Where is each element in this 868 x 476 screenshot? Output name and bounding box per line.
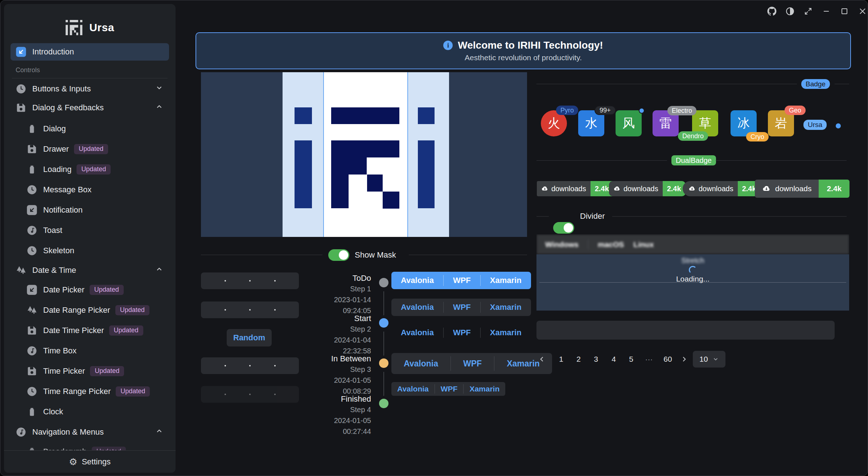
tab-linux[interactable]: Linux (633, 240, 654, 249)
badge-tile-anemo: 风 (616, 110, 642, 136)
divider-line (536, 160, 667, 161)
tab-windows[interactable]: Windows (545, 240, 579, 249)
updated-badge: Updated (90, 366, 124, 376)
sidebar-item-introduction[interactable]: Introduction (11, 43, 169, 61)
cloud-download-icon (762, 184, 771, 193)
avalonia-button[interactable]: Avalonia (391, 326, 443, 339)
wpf-button[interactable]: WPF (435, 382, 464, 396)
downloads-value: 2.4k (819, 180, 850, 198)
sidebar-item-label: Navigation & Menus (32, 427, 104, 437)
sidebar-item-label: Date Range Picker (43, 305, 110, 315)
xamarin-button[interactable]: Xamarin (481, 299, 531, 316)
trees-icon (16, 265, 26, 276)
sidebar-group-navigation-menus[interactable]: Navigation & Menus (11, 424, 169, 440)
pagination-page-2[interactable]: 2 (573, 355, 584, 364)
badge-electro: Electro (667, 106, 696, 115)
time-box-input-disabled (201, 386, 299, 403)
sidebar-group-buttons-inputs[interactable]: Buttons & Inputs (11, 81, 169, 97)
music-note-icon (16, 427, 26, 438)
page-size-select[interactable]: 10 (693, 351, 725, 368)
cloud-download-icon (541, 185, 548, 192)
sidebar-item-time-picker[interactable]: Time Picker Updated (11, 364, 169, 379)
avalonia-button[interactable]: Avalonia (391, 353, 451, 374)
sidebar-item-date-time-picker[interactable]: Date Time Picker Updated (11, 323, 169, 338)
badge-cryo: Cryo (746, 132, 769, 141)
timeline-step-label: Step 4 (304, 404, 371, 415)
pagination-prev-icon[interactable] (537, 354, 547, 364)
timeline-dot-todo (379, 278, 388, 287)
sidebar-item-label: Notification (43, 205, 83, 215)
sidebar-item-time-box[interactable]: Time Box (11, 343, 169, 358)
show-mask-toggle[interactable] (328, 249, 349, 261)
fullscreen-icon[interactable] (803, 6, 814, 17)
time-box-input[interactable] (201, 357, 299, 374)
banner-subtitle: Aesthetic revolution of productivity. (465, 53, 582, 62)
github-icon[interactable] (766, 6, 777, 17)
divider-line (612, 216, 847, 217)
downloads-badge-rounded: downloads 2.4k (609, 181, 686, 196)
settings-button[interactable]: ⚙ Settings (4, 450, 176, 473)
page-size-value: 10 (699, 355, 708, 364)
arrow-square-icon (16, 46, 26, 57)
pagination-next-icon[interactable] (679, 354, 689, 364)
sidebar: Ursa Introduction Controls Buttons & Inp… (4, 4, 176, 473)
pagination-page-4[interactable]: 4 (608, 355, 619, 364)
sidebar-item-dialog[interactable]: Dialog (11, 121, 169, 136)
sidebar-item-loading[interactable]: Loading Updated (11, 162, 169, 177)
divider-toggle[interactable] (553, 222, 574, 234)
sidebar-item-drawer[interactable]: Drawer Updated (11, 141, 169, 157)
clock-icon (26, 386, 37, 397)
divider-label: Divider (580, 212, 605, 221)
sidebar-group-date-time[interactable]: Date & Time (11, 262, 169, 279)
wpf-button[interactable]: WPF (444, 272, 480, 289)
time-box-input[interactable] (201, 272, 299, 289)
downloads-badge-large: downloads 2.4k (755, 180, 850, 198)
timeline-step-title: Finished (304, 394, 371, 404)
xamarin-button[interactable]: Xamarin (481, 326, 531, 339)
sidebar-item-date-range-picker[interactable]: Date Range Picker Updated (11, 303, 169, 318)
close-icon[interactable] (857, 6, 868, 17)
sidebar-item-clock[interactable]: Clock (11, 404, 169, 419)
time-box-input[interactable] (201, 301, 299, 318)
theme-toggle-icon[interactable] (785, 6, 795, 17)
sidebar-item-date-picker[interactable]: Date Picker Updated (11, 282, 169, 298)
sidebar-item-label: Loading (43, 165, 71, 174)
xamarin-button[interactable]: Xamarin (481, 272, 531, 289)
maximize-icon[interactable] (839, 6, 850, 17)
wpf-button[interactable]: WPF (444, 326, 480, 339)
sidebar-item-message-box[interactable]: Message Box (11, 182, 169, 197)
pagination-page-1[interactable]: 1 (556, 355, 567, 364)
avalonia-button[interactable]: Avalonia (391, 272, 443, 289)
divider-line (536, 216, 549, 217)
random-button[interactable]: Random (227, 329, 272, 346)
floppy-icon (26, 144, 37, 155)
sidebar-item-label: Dialog & Feedbacks (32, 103, 104, 112)
pagination-ellipsis[interactable]: ··· (642, 355, 656, 364)
minimize-icon[interactable] (821, 6, 832, 17)
xamarin-button[interactable]: Xamarin (464, 382, 505, 396)
sidebar-item-notification[interactable]: Notification (11, 202, 169, 218)
wpf-button[interactable]: WPF (444, 299, 480, 316)
tab-macos[interactable]: macOS (598, 240, 624, 249)
pagination-page-3[interactable]: 3 (591, 355, 601, 364)
updated-badge: Updated (77, 164, 111, 175)
avalonia-button[interactable]: Avalonia (391, 382, 435, 396)
music-note-icon (26, 225, 37, 236)
sidebar-item-skeleton[interactable]: Skeleton (11, 243, 169, 258)
text-input[interactable] (536, 321, 835, 340)
sidebar-group-dialog-feedbacks[interactable]: Dialog & Feedbacks (11, 99, 169, 116)
divider-line (409, 255, 527, 255)
banner-title: Welcome to IRIHI Technology! (458, 40, 603, 51)
avalonia-button[interactable]: Avalonia (391, 299, 443, 316)
pagination-page-5[interactable]: 5 (626, 355, 637, 364)
floppy-icon (16, 102, 26, 113)
timeline-step-label: Step 2 (304, 324, 371, 335)
wpf-button[interactable]: WPF (451, 353, 494, 374)
downloads-badge-pill: downloads 2.4k (683, 181, 762, 196)
button-group-solid: Avalonia WPF Xamarin (391, 272, 531, 289)
pagination-page-60[interactable]: 60 (660, 355, 676, 364)
sidebar-item-toast[interactable]: Toast (11, 223, 169, 238)
button-group-borderless: Avalonia WPF Xamarin (391, 326, 531, 339)
sidebar-item-time-range-picker[interactable]: Time Range Picker Updated (11, 384, 169, 399)
timeline-step: Start Step 2 2024-01-04 22:32:58 (304, 313, 371, 356)
